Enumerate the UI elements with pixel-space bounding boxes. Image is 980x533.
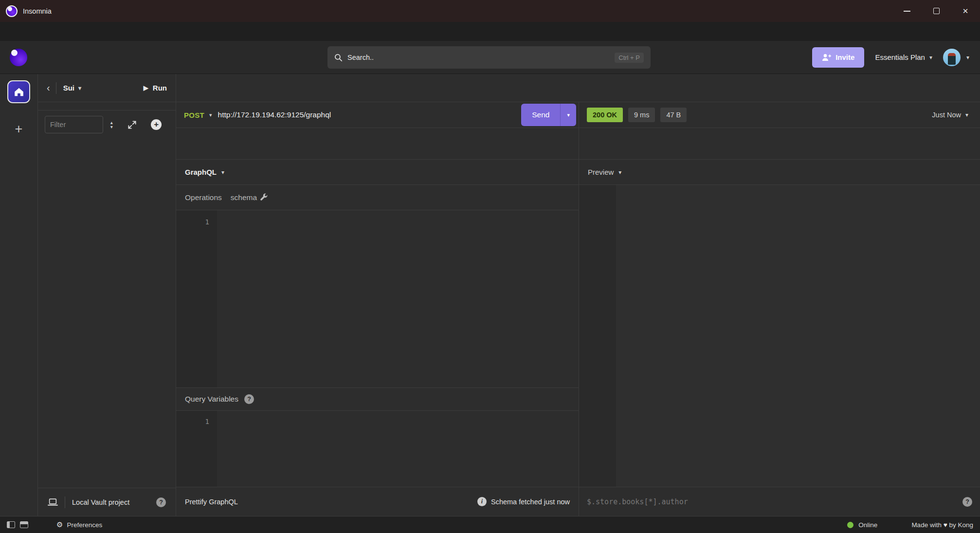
invite-button[interactable]: Invite (812, 47, 864, 68)
query-code-line (217, 210, 579, 387)
toggle-panel-icon[interactable] (20, 521, 28, 528)
minimize-button[interactable] (892, 0, 922, 22)
chevron-down-icon[interactable]: ▾ (618, 169, 621, 176)
operations-label: Operations (185, 193, 222, 202)
response-filter-row: ? (579, 487, 980, 516)
add-request-button[interactable]: + (151, 119, 162, 130)
url-input[interactable]: http://172.19.194.62:9125/graphql (218, 110, 331, 119)
home-button[interactable] (7, 80, 30, 103)
filter-input[interactable] (45, 116, 103, 133)
title-bar: Insomnia ✕ (0, 0, 980, 22)
insomnia-logo-icon[interactable] (10, 49, 27, 66)
schema-menu[interactable]: schema (231, 193, 268, 202)
query-variables-label: Query Variables (185, 395, 238, 404)
response-history-dropdown[interactable]: Just Now ▾ (932, 111, 972, 119)
status-badge: 200 OK (587, 108, 623, 122)
preview-mode-row: Preview ▾ (579, 160, 980, 185)
json-code (616, 185, 980, 487)
insomnia-logo-icon (6, 5, 18, 17)
close-icon: ✕ (962, 7, 969, 16)
time-badge: 9 ms (628, 108, 655, 122)
home-icon (14, 87, 24, 97)
response-body-viewer[interactable] (579, 185, 980, 487)
help-icon[interactable]: ? (244, 394, 254, 404)
response-status-row: 200 OK 9 ms 47 B Just Now ▾ (579, 102, 980, 128)
plan-label: Essentials Plan (875, 53, 925, 61)
wrench-icon (260, 193, 268, 202)
info-icon: i (477, 497, 487, 506)
project-label: Local Vault project (72, 498, 129, 506)
window-title: Insomnia (23, 7, 52, 15)
workspace-dropdown[interactable]: Sui ▾ (63, 84, 81, 92)
document-tabstrip (176, 74, 980, 102)
json-path-filter-input[interactable] (587, 497, 957, 506)
plan-selector[interactable]: Essentials Plan ▾ (875, 53, 932, 61)
close-button[interactable]: ✕ (951, 0, 980, 22)
heart-icon: ♥ (944, 521, 947, 529)
prettify-button[interactable]: Prettify GraphQL (185, 498, 238, 506)
play-icon: ▶ (144, 84, 148, 92)
operations-row: Operations schema (176, 185, 579, 210)
environment-list (38, 102, 176, 107)
schema-label: schema (231, 193, 257, 202)
preview-mode-dropdown[interactable]: Preview (588, 168, 614, 176)
send-button-group: Send ▾ (521, 104, 576, 126)
app-toolbar: Search.. Ctrl + P Invite Essentials Plan… (0, 41, 980, 74)
status-bar: ⚙ Preferences Online Made with ♥ by Kong (0, 516, 980, 533)
chevron-down-icon: ▾ (78, 85, 81, 92)
line-number-gutter (579, 185, 616, 487)
response-tabs (579, 128, 980, 160)
online-status-icon (847, 522, 853, 528)
online-label[interactable]: Online (858, 521, 877, 529)
sort-icon[interactable]: ▴ ▾ (110, 120, 113, 129)
chevron-down-icon: ▾ (965, 111, 968, 118)
body-type-dropdown[interactable]: GraphQL (185, 168, 217, 176)
chevron-down-icon[interactable]: ▾ (209, 112, 212, 118)
chevron-down-icon: ▾ (567, 112, 570, 118)
window-controls: ✕ (892, 0, 980, 22)
chevron-down-icon: ▾ (929, 54, 932, 61)
user-plus-icon (822, 54, 831, 61)
expand-icon[interactable] (127, 120, 137, 129)
help-icon[interactable]: ? (156, 497, 166, 507)
run-button[interactable]: ▶ Run (144, 84, 167, 92)
toggle-sidebar-icon[interactable] (7, 521, 15, 528)
chevron-down-icon[interactable]: ▾ (221, 169, 224, 176)
send-options-button[interactable]: ▾ (560, 104, 576, 126)
sidebar-header: ‹ Sui ▾ ▶ Run (38, 74, 176, 102)
query-variables-header: Query Variables ? (176, 387, 579, 411)
chevron-down-icon: ▾ (966, 54, 969, 61)
sidebar-filter-row: ▴ ▾ + (38, 110, 176, 139)
global-search[interactable]: Search.. Ctrl + P (327, 46, 651, 69)
send-button[interactable]: Send (521, 104, 560, 126)
line-number-gutter: 1 (176, 210, 217, 387)
maximize-button[interactable] (922, 0, 951, 22)
maximize-icon (933, 8, 940, 14)
account-menu[interactable]: ▾ (943, 49, 969, 66)
gear-icon: ⚙ (56, 520, 63, 529)
sidebar: ‹ Sui ▾ ▶ Run ▴ ▾ + (38, 74, 176, 516)
add-workspace-button[interactable]: + (15, 122, 23, 137)
body-type-row: GraphQL ▾ (176, 160, 579, 185)
help-icon[interactable]: ? (962, 497, 972, 507)
schema-status-text: Schema fetched just now (491, 498, 570, 506)
menu-bar (0, 22, 980, 41)
query-variables-editor[interactable]: 1 (176, 411, 579, 487)
minimize-icon (904, 11, 910, 12)
invite-label: Invite (835, 53, 854, 61)
request-tabs (176, 128, 579, 160)
search-placeholder: Search.. (347, 54, 374, 61)
back-chevron-icon[interactable]: ‹ (47, 82, 50, 93)
divider (56, 82, 56, 94)
method-label[interactable]: POST (184, 111, 204, 119)
laptop-icon (48, 498, 58, 506)
graphql-query-editor[interactable]: 1 (176, 210, 579, 387)
project-selector[interactable]: Local Vault project ? (38, 488, 176, 516)
workspace-name: Sui (63, 84, 74, 92)
preferences-button[interactable]: ⚙ Preferences (56, 520, 102, 529)
request-panel: POST ▾ http://172.19.194.62:9125/graphql… (176, 102, 579, 516)
variables-code-line (217, 411, 579, 487)
line-number-gutter: 1 (176, 411, 217, 487)
search-icon (334, 54, 343, 62)
request-footer: Prettify GraphQL i Schema fetched just n… (176, 487, 579, 516)
